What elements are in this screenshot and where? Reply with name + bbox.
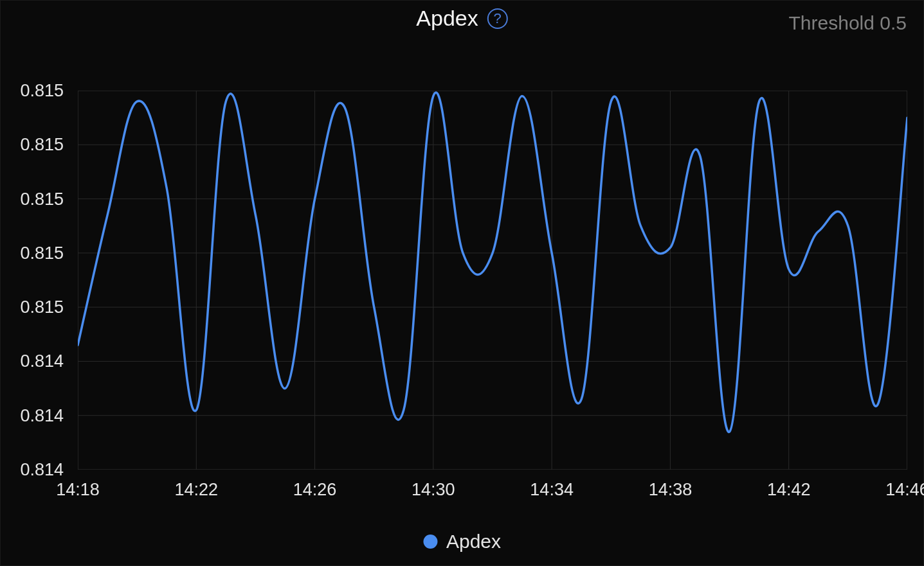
plot-border [78, 91, 907, 470]
chart-header: Apdex ? Threshold 0.5 [1, 6, 923, 37]
x-tick-label: 14:46 [885, 480, 924, 500]
grid [78, 91, 907, 470]
legend-dot-icon [423, 535, 437, 549]
x-tick-label: 14:34 [530, 480, 574, 500]
chart-svg [78, 91, 907, 470]
chart-title: Apdex [416, 6, 478, 31]
title-wrap: Apdex ? [416, 6, 507, 31]
legend[interactable]: Apdex [423, 531, 501, 553]
threshold-label: Threshold 0.5 [789, 12, 907, 34]
x-tick-label: 14:30 [412, 480, 455, 500]
x-tick-label: 14:26 [293, 480, 337, 500]
help-icon[interactable]: ? [487, 8, 508, 29]
y-tick-label: 0.815 [20, 135, 64, 155]
series-line-apdex [78, 93, 907, 432]
y-tick-label: 0.814 [20, 351, 64, 371]
y-tick-label: 0.814 [20, 405, 64, 425]
y-tick-label: 0.815 [20, 243, 64, 263]
y-tick-label: 0.814 [20, 460, 64, 480]
legend-label: Apdex [446, 531, 501, 553]
y-tick-label: 0.815 [20, 297, 64, 317]
x-tick-label: 14:42 [767, 480, 811, 500]
y-tick-label: 0.815 [20, 81, 64, 101]
x-tick-label: 14:22 [174, 480, 218, 500]
y-tick-label: 0.815 [20, 189, 64, 209]
plot-area[interactable] [78, 91, 907, 470]
y-axis-ticks: 0.8150.8150.8150.8150.8150.8140.8140.814 [1, 91, 71, 470]
x-tick-label: 14:38 [649, 480, 693, 500]
chart-panel: Apdex ? Threshold 0.5 0.8150.8150.8150.8… [0, 0, 924, 566]
x-axis-ticks: 14:1814:2214:2614:3014:3414:3814:4214:46 [78, 477, 907, 503]
x-tick-label: 14:18 [56, 480, 100, 500]
